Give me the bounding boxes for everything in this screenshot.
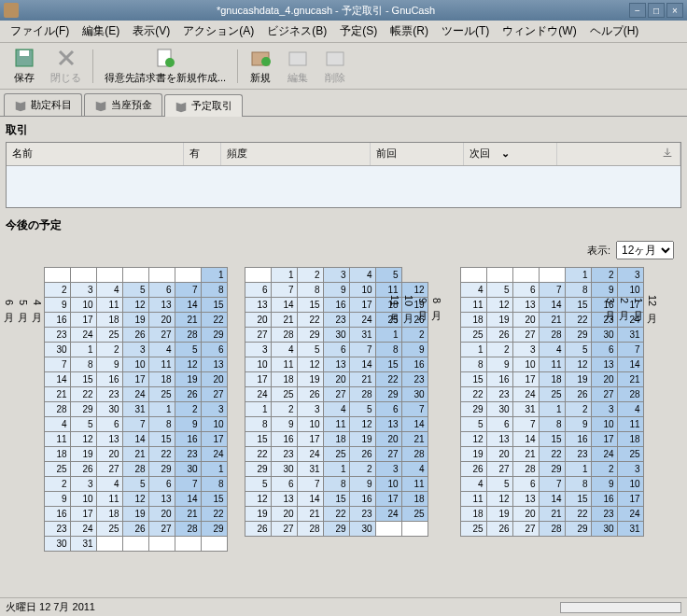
close-window-button[interactable]: × [666,3,683,18]
transactions-grid: 名前 有 頻度 前回 次回 ⌄ [6,142,681,208]
new-button[interactable]: 新規 [242,45,279,87]
menu-view[interactable]: 表示(V) [126,21,176,42]
delete-button: 削除 [316,45,354,87]
tab-accounts[interactable]: 勘定科目 [4,93,82,116]
save-icon [13,47,35,69]
svg-rect-1 [20,50,29,56]
transactions-header: 取引 [6,120,681,142]
menu-business[interactable]: ビジネス(B) [260,21,333,42]
grid-body[interactable] [7,166,680,207]
toolbar: 保存 閉じる 得意先請求書を新規作成... 新規 編集 削除 [0,43,687,90]
separator [92,49,93,83]
svg-point-5 [261,57,271,66]
upcoming-header: 今後の予定 [6,216,681,237]
svg-rect-7 [327,52,344,65]
menu-file[interactable]: ファイル(F) [4,21,76,42]
tab-checking[interactable]: 当座預金 [84,93,162,116]
month-labels-mid: 8月9月10月11月 [428,267,443,334]
close-icon [55,47,77,69]
tabbar: 勘定科目 当座預金 予定取引 [0,90,687,117]
menu-help[interactable]: ヘルプ(H) [583,21,646,42]
menu-edit[interactable]: 編集(E) [76,21,126,42]
col-freq[interactable]: 頻度 [221,143,371,165]
col-name[interactable]: 名前 [7,143,184,165]
month-labels-right: 12月1月2月3月 [644,267,659,334]
menu-tool[interactable]: ツール(T) [435,21,496,42]
col-next[interactable]: 次回 ⌄ [464,143,557,165]
newbill-button[interactable]: 得意先請求書を新規作成... [97,45,233,87]
book-icon [14,99,27,112]
edit-icon [287,47,309,69]
svg-point-3 [165,58,175,67]
menu-report[interactable]: 帳票(R) [384,21,435,42]
view-select[interactable]: 12ヶ月 [616,241,674,259]
book-icon [175,100,188,113]
col-enabled[interactable]: 有 [184,143,221,165]
download-icon [661,147,674,160]
newbill-icon [154,47,176,69]
delete-icon [324,47,346,69]
menu-window[interactable]: ウィンドウ(W) [496,21,582,42]
view-label: 表示: [587,244,610,258]
book-icon [94,99,107,112]
menubar: ファイル(F) 編集(E) 表示(V) アクション(A) ビジネス(B) 予定(… [0,21,687,43]
window-title: *gnucashdata_4.gnucash - 予定取引 - GnuCash [24,4,627,18]
maximize-button[interactable]: □ [648,3,665,18]
status-text: 火曜日 12 7月 2011 [6,600,95,614]
col-last[interactable]: 前回 [371,143,464,165]
titlebar: *gnucashdata_4.gnucash - 予定取引 - GnuCash … [0,0,687,21]
calendar-area: 4月5月6月7月 1234567891011121314151617181920… [6,263,681,555]
col-extra[interactable] [557,143,680,165]
tab-scheduled[interactable]: 予定取引 [164,94,243,117]
edit-button: 編集 [279,45,316,87]
calendar-left[interactable]: 1234567891011121314151617181920212223242… [44,267,228,552]
progress-bar [560,602,681,613]
menu-schedule[interactable]: 予定(S) [333,21,384,42]
app-icon [4,3,19,18]
menu-action[interactable]: アクション(A) [176,21,260,42]
separator [237,49,238,83]
minimize-button[interactable]: − [629,3,646,18]
month-labels-left: 4月5月6月7月 [29,267,44,338]
statusbar: 火曜日 12 7月 2011 [0,597,687,616]
svg-rect-6 [289,52,306,65]
close-button[interactable]: 閉じる [43,45,89,87]
new-icon [249,47,272,69]
save-button[interactable]: 保存 [6,45,43,87]
